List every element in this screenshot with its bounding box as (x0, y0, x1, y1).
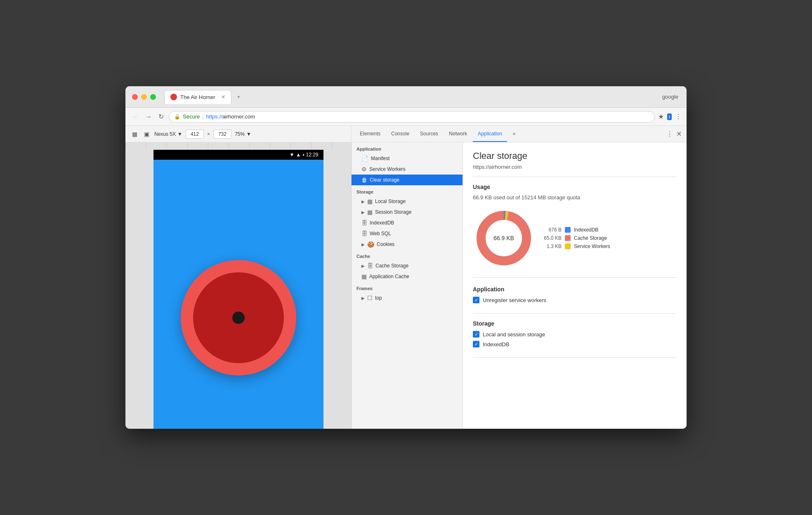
arrow-icon: ▶ (361, 242, 365, 247)
window-controls (132, 94, 156, 100)
device-status-bar: ▼ ▲ ▪ 12:29 (153, 150, 323, 160)
bookmark-icon[interactable]: ★ (658, 113, 664, 120)
active-tab[interactable]: The Air Horner ✕ (164, 90, 231, 104)
sidebar-item-websql[interactable]: 🗄 Web SQL (352, 228, 463, 239)
legend-size-service-workers: 1.3 KB (543, 243, 562, 249)
legend-color-service-workers (565, 243, 571, 249)
devtools-close-icon[interactable]: ✕ (676, 130, 682, 138)
sidebar-item-cookies[interactable]: ▶ 🍪 Cookies (352, 239, 463, 250)
forward-button[interactable]: → (144, 111, 153, 122)
sidebar-label-top: top (375, 295, 382, 301)
viewport-controls: ▦ ▣ Nexus 5X ▼ × 75% ▼ (125, 126, 352, 142)
db-icon: 🗄 (361, 230, 367, 237)
arrow-icon: ▶ (361, 210, 365, 215)
sidebar-item-local-storage[interactable]: ▶ ▦ Local Storage (352, 196, 463, 207)
sidebar-label-service-workers: Service Workers (369, 166, 406, 172)
checkbox-indexeddb: IndexedDB (473, 341, 677, 347)
minimize-button[interactable] (141, 94, 147, 100)
extension-icon[interactable]: i (667, 113, 672, 120)
height-input[interactable] (213, 130, 231, 139)
device-frame: ▼ ▲ ▪ 12:29 (125, 142, 352, 429)
panel-url: https://airhorner.com (473, 164, 677, 177)
sidebar-item-indexeddb[interactable]: 🗄 IndexedDB (352, 217, 463, 228)
tab-application[interactable]: Application (473, 126, 507, 142)
zoom-selector[interactable]: 75% ▼ (235, 131, 251, 137)
device-icon[interactable]: ▣ (142, 131, 151, 137)
legend-color-indexeddb (565, 227, 571, 233)
sidebar-label-websql: Web SQL (370, 231, 391, 236)
sidebar-item-cache-storage[interactable]: ▶ 🗄 Cache Storage (352, 260, 463, 271)
legend-size-indexeddb: 676 B (543, 227, 562, 233)
device-time: 12:29 (306, 152, 318, 158)
legend-color-cache-storage (565, 235, 571, 241)
close-button[interactable] (132, 94, 138, 100)
sidebar-item-application-cache[interactable]: ▦ Application Cache (352, 271, 463, 282)
donut-center-label: 66.9 KB (493, 235, 514, 241)
arrow-icon: ▶ (361, 264, 365, 268)
tab-bar: The Air Horner ✕ + (164, 90, 680, 104)
sidebar-cache-header: Cache (352, 250, 463, 260)
url-box[interactable]: 🔒 Secure | https://airhorner.com (169, 111, 655, 123)
sidebar-item-clear-storage[interactable]: 🗑 Clear storage (352, 175, 463, 185)
gear-icon: ⚙ (361, 166, 367, 172)
legend-item-cache-storage: 65.0 KB Cache Storage (543, 235, 610, 241)
checkbox-local-session-input[interactable] (473, 331, 479, 338)
sidebar-label-session-storage: Session Storage (375, 209, 411, 215)
application-section: Application Unregister service workers (473, 286, 677, 314)
legend-size-cache-storage: 65.0 KB (543, 235, 562, 241)
address-bar-right: ★ i ⋮ (658, 113, 682, 120)
tab-console[interactable]: Console (386, 126, 414, 142)
url-domain: airhorner.com (222, 113, 255, 120)
storage-section: Storage Local and session storage Indexe… (473, 320, 677, 358)
trash-icon: 🗑 (361, 177, 367, 183)
wifi-icon: ▼ (289, 152, 294, 158)
menu-icon[interactable]: ⋮ (675, 113, 682, 120)
sidebar-item-session-storage[interactable]: ▶ ▦ Session Storage (352, 207, 463, 217)
panel-title: Clear storage (473, 151, 677, 161)
app-background (153, 160, 323, 429)
secure-label: Secure (183, 113, 200, 120)
maximize-button[interactable] (150, 94, 156, 100)
sidebar-label-manifest: Manifest (371, 156, 389, 161)
google-label: google (662, 94, 678, 100)
back-button[interactable]: ← (130, 111, 140, 122)
checkbox-indexeddb-input[interactable] (473, 341, 479, 347)
title-bar: The Air Horner ✕ + google (125, 86, 687, 108)
devtools-panel: Application 📄 Manifest ⚙ Service Workers… (352, 142, 687, 429)
arrow-icon: ▶ (361, 199, 365, 204)
tab-more[interactable]: » (508, 126, 521, 142)
legend-label-indexeddb: IndexedDB (574, 227, 598, 233)
sidebar-application-header: Application (352, 142, 463, 153)
device-selector[interactable]: Nexus 5X ▼ (154, 131, 182, 137)
db-icon: 🗄 (361, 220, 367, 226)
sidebar-item-top[interactable]: ▶ ☐ top (352, 293, 463, 303)
arrow-icon: ▶ (361, 296, 365, 300)
tab-network[interactable]: Network (444, 126, 472, 142)
tab-sources[interactable]: Sources (415, 126, 443, 142)
devtools-tabs: Elements Console Sources Network Applica… (352, 126, 666, 142)
battery-icon: ▪ (302, 152, 304, 158)
db-icon: 🗄 (367, 262, 373, 269)
tab-elements[interactable]: Elements (355, 126, 385, 142)
sidebar-label-cache-storage: Cache Storage (375, 263, 408, 269)
checkbox-unregister-sw-input[interactable] (473, 297, 479, 303)
reload-button[interactable]: ↻ (157, 111, 165, 122)
devtools-menu-icon[interactable]: ⋮ (666, 130, 673, 138)
tab-favicon (170, 94, 177, 100)
width-input[interactable] (186, 130, 204, 139)
url-separator: | (202, 113, 203, 120)
legend-label-service-workers: Service Workers (574, 243, 610, 249)
dimension-separator: × (207, 131, 210, 137)
inspect-icon[interactable]: ▦ (130, 131, 139, 137)
sidebar-item-manifest[interactable]: 📄 Manifest (352, 153, 463, 164)
application-section-title: Application (473, 286, 677, 293)
vinyl-record (181, 260, 296, 376)
frame-icon: ☐ (367, 295, 373, 301)
sidebar-item-service-workers[interactable]: ⚙ Service Workers (352, 164, 463, 175)
tab-close-button[interactable]: ✕ (221, 94, 225, 100)
legend-label-cache-storage: Cache Storage (574, 235, 607, 241)
sidebar-label-cookies: Cookies (377, 241, 394, 247)
main-panel: Clear storage https://airhorner.com Usag… (463, 142, 687, 429)
new-tab[interactable]: + (231, 90, 246, 104)
browser-window: The Air Horner ✕ + google ← → ↻ 🔒 Secure… (125, 86, 687, 429)
